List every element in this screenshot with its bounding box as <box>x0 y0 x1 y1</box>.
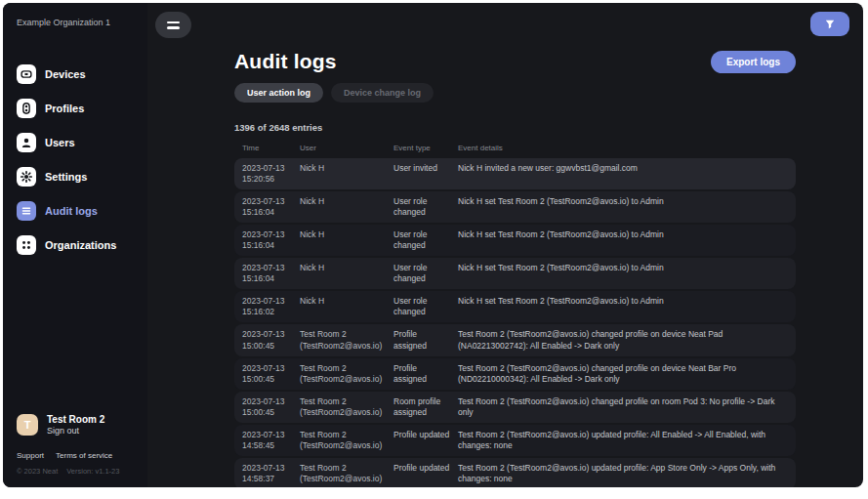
page: Example Organization 1 DevicesProfilesUs… <box>0 0 868 499</box>
cell-time: 2023-07-1315:20:56 <box>242 163 300 185</box>
sidebar-item-label: Users <box>45 137 75 148</box>
cell-time: 2023-07-1315:16:04 <box>242 196 300 218</box>
cell-user: Test Room 2(TestRoom2@avos.io) <box>300 363 393 385</box>
organizations-icon <box>17 235 36 255</box>
table-body: 2023-07-1315:20:56Nick HUser invitedNick… <box>234 158 796 487</box>
hamburger-icon <box>167 21 180 24</box>
cell-user: Nick H <box>300 163 393 185</box>
avatar: T <box>17 414 38 436</box>
sidebar: Example Organization 1 DevicesProfilesUs… <box>3 3 147 487</box>
copyright-text: © 2023 Neat <box>17 467 58 476</box>
devices-icon <box>17 64 36 84</box>
cell-time: 2023-07-1314:58:45 <box>242 430 300 451</box>
cell-user: Test Room 2(TestRoom2@avos.io) <box>300 396 393 418</box>
sidebar-nav: DevicesProfilesUsersSettingsAudit logsOr… <box>17 64 138 270</box>
column-time: Time <box>242 144 300 152</box>
table-row[interactable]: 2023-07-1315:16:04Nick HUser role change… <box>234 258 796 289</box>
table-row[interactable]: 2023-07-1315:16:02Nick HUser role change… <box>234 291 796 322</box>
cell-event-details: Nick H set Test Room 2 (TestRoom2@avos.i… <box>458 196 788 218</box>
cell-user: Nick H <box>300 196 393 218</box>
log-tabs: User action log Device change log <box>234 83 796 103</box>
cell-event-type: User role changed <box>393 296 458 317</box>
cell-event-details: Test Room 2 (TestRoom2@avos.io) changed … <box>458 396 788 418</box>
sidebar-footer: T Test Room 2 Sign out Support Terms of … <box>17 414 138 476</box>
audit-logs-icon <box>17 201 36 221</box>
sidebar-item-users[interactable]: Users <box>17 133 138 152</box>
table-row[interactable]: 2023-07-1315:16:04Nick HUser role change… <box>234 225 796 256</box>
table-row[interactable]: 2023-07-1314:58:45Test Room 2(TestRoom2@… <box>234 425 796 456</box>
sidebar-item-settings[interactable]: Settings <box>17 167 138 187</box>
tab-user-action-log[interactable]: User action log <box>234 83 323 103</box>
cell-user: Test Room 2(TestRoom2@avos.io) <box>300 329 393 351</box>
column-event-type: Event type <box>393 144 458 152</box>
cell-event-type: Profile updated <box>393 463 458 484</box>
filter-icon <box>824 19 836 30</box>
cell-event-type: Room profile assigned <box>393 396 458 418</box>
version-text: Version: v1.1-23 <box>66 467 119 476</box>
audit-log-table: Time User Event type Event details 2023-… <box>234 141 796 487</box>
cell-time: 2023-07-1315:16:04 <box>242 263 300 284</box>
cell-event-type: User role changed <box>393 196 458 218</box>
cell-time: 2023-07-1315:16:04 <box>242 229 300 251</box>
cell-time: 2023-07-1315:16:02 <box>242 296 300 317</box>
cell-user: Nick H <box>300 229 393 251</box>
sidebar-item-label: Organizations <box>45 239 116 251</box>
menu-toggle-button[interactable] <box>155 12 191 38</box>
topbar <box>155 12 849 38</box>
table-row[interactable]: 2023-07-1314:58:37Test Room 2(TestRoom2@… <box>234 458 796 487</box>
content: Audit logs Export logs User action log D… <box>234 50 796 487</box>
entries-count: 1396 of 2648 entries <box>234 122 796 133</box>
sidebar-item-profiles[interactable]: Profiles <box>17 99 138 118</box>
export-logs-button[interactable]: Export logs <box>711 51 796 73</box>
cell-event-details: Nick H invited a new user: ggwvbst1@gmai… <box>458 163 788 185</box>
table-row[interactable]: 2023-07-1315:00:45Test Room 2(TestRoom2@… <box>234 358 796 390</box>
column-event-details: Event details <box>458 144 788 152</box>
cell-event-type: User invited <box>393 163 458 185</box>
sidebar-item-label: Settings <box>45 171 87 183</box>
tab-device-change-log[interactable]: Device change log <box>331 83 434 103</box>
sidebar-item-label: Profiles <box>45 103 84 114</box>
cell-time: 2023-07-1315:00:45 <box>242 329 300 351</box>
sidebar-item-label: Devices <box>45 68 86 80</box>
main-area: Audit logs Export logs User action log D… <box>147 3 863 487</box>
cell-event-details: Test Room 2 (TestRoom2@avos.io) changed … <box>458 329 788 351</box>
cell-event-details: Nick H set Test Room 2 (TestRoom2@avos.i… <box>458 263 788 284</box>
cell-event-type: Profile assigned <box>393 363 458 385</box>
cell-user: Test Room 2(TestRoom2@avos.io) <box>300 430 393 451</box>
cell-time: 2023-07-1314:58:37 <box>242 463 300 484</box>
cell-event-details: Test Room 2 (TestRoom2@avos.io) updated … <box>458 463 788 484</box>
table-row[interactable]: 2023-07-1315:00:45Test Room 2(TestRoom2@… <box>234 324 796 355</box>
cell-event-type: User role changed <box>393 229 458 251</box>
column-user: User <box>300 144 393 152</box>
settings-icon <box>17 167 36 187</box>
cell-event-type: Profile updated <box>393 430 458 451</box>
table-header: Time User Event type Event details <box>234 141 796 158</box>
cell-time: 2023-07-1315:00:45 <box>242 363 300 385</box>
page-title: Audit logs <box>234 50 337 73</box>
user-name: Test Room 2 <box>47 414 104 425</box>
terms-link[interactable]: Terms of service <box>56 451 112 460</box>
sidebar-item-audit-logs[interactable]: Audit logs <box>17 201 138 221</box>
table-row[interactable]: 2023-07-1315:00:45Test Room 2(TestRoom2@… <box>234 392 796 423</box>
cell-event-type: Profile assigned <box>393 329 458 351</box>
filter-button[interactable] <box>810 12 849 36</box>
cell-event-type: User role changed <box>393 263 458 284</box>
cell-event-details: Nick H set Test Room 2 (TestRoom2@avos.i… <box>458 229 788 251</box>
cell-event-details: Test Room 2 (TestRoom2@avos.io) changed … <box>458 363 788 385</box>
table-row[interactable]: 2023-07-1315:16:04Nick HUser role change… <box>234 191 796 223</box>
support-link[interactable]: Support <box>17 451 44 460</box>
organization-name: Example Organization 1 <box>17 18 138 27</box>
cell-event-details: Nick H set Test Room 2 (TestRoom2@avos.i… <box>458 296 788 317</box>
footer-links: Support Terms of service <box>17 451 138 460</box>
app-window: Example Organization 1 DevicesProfilesUs… <box>3 3 863 487</box>
sidebar-item-devices[interactable]: Devices <box>17 64 138 84</box>
user-account[interactable]: T Test Room 2 Sign out <box>17 414 138 436</box>
cell-event-details: Test Room 2 (TestRoom2@avos.io) updated … <box>458 430 788 451</box>
cell-user: Nick H <box>300 263 393 284</box>
sign-out-link[interactable]: Sign out <box>47 426 104 436</box>
sidebar-item-organizations[interactable]: Organizations <box>17 235 138 255</box>
table-row[interactable]: 2023-07-1315:20:56Nick HUser invitedNick… <box>234 158 796 189</box>
cell-user: Test Room 2(TestRoom2@avos.io) <box>300 463 393 484</box>
users-icon <box>17 133 36 152</box>
profiles-icon <box>17 99 36 118</box>
